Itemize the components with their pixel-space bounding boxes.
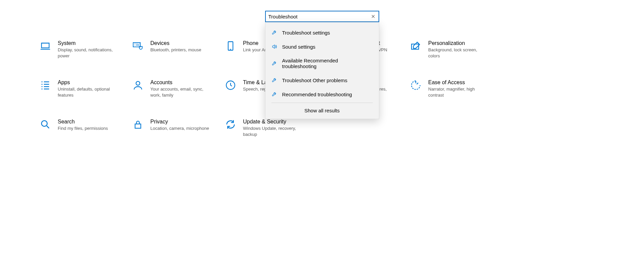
suggestion-label: Troubleshoot settings: [282, 30, 330, 36]
suggestion-item[interactable]: Sound settings: [265, 40, 379, 54]
phone-icon: [225, 40, 236, 52]
pen-tablet-icon: [410, 40, 422, 52]
category-subtitle: Your accounts, email, sync, work, family: [150, 86, 209, 98]
category-title: Apps: [58, 79, 116, 86]
wrench-icon: [271, 91, 278, 97]
category-subtitle: Windows Update, recovery, backup: [243, 125, 302, 137]
wrench-icon: [271, 30, 278, 36]
category-apps[interactable]: Apps Uninstall, defaults, optional featu…: [40, 79, 132, 98]
suggestion-item[interactable]: Troubleshoot Other problems: [265, 73, 379, 87]
category-title: Ease of Access: [428, 79, 487, 86]
category-title: Update & Security: [243, 119, 302, 125]
category-personalization[interactable]: Personalization Background, lock screen,…: [410, 40, 503, 59]
category-accounts[interactable]: Accounts Your accounts, email, sync, wor…: [132, 79, 225, 98]
category-subtitle: Narrator, magnifier, high contrast: [428, 86, 487, 98]
suggestion-label: Available Recommended troubleshooting: [282, 58, 373, 69]
category-title: System: [58, 40, 116, 46]
category-search[interactable]: Search Find my files, permissions: [40, 119, 132, 137]
laptop-icon: [40, 40, 51, 52]
keyboard-icon: [132, 40, 144, 52]
category-title: Personalization: [428, 40, 487, 46]
category-system[interactable]: System Display, sound, notifications, po…: [40, 40, 132, 59]
speaker-icon: [271, 44, 278, 50]
search-suggestions: Troubleshoot settings Sound settings Ava…: [265, 22, 379, 119]
person-icon: [132, 79, 144, 91]
search-icon: [40, 119, 51, 130]
category-subtitle: Location, camera, microphone: [150, 125, 209, 131]
ease-of-access-icon: [410, 79, 422, 91]
wrench-icon: [271, 77, 278, 83]
show-all-results-button[interactable]: Show all results: [265, 103, 379, 119]
category-privacy[interactable]: Privacy Location, camera, microphone: [132, 119, 225, 137]
category-update-security[interactable]: Update & Security Windows Update, recove…: [225, 119, 317, 137]
category-subtitle: Background, lock screen, colors: [428, 47, 487, 59]
suggestion-item[interactable]: Recommended troubleshooting: [265, 87, 379, 101]
category-title: Privacy: [150, 119, 209, 125]
wrench-icon: [271, 60, 278, 66]
category-title: Search: [58, 119, 108, 125]
category-subtitle: Find my files, permissions: [58, 125, 108, 131]
suggestion-item[interactable]: Available Recommended troubleshooting: [265, 54, 379, 73]
suggestion-label: Troubleshoot Other problems: [282, 77, 348, 83]
clear-search-button[interactable]: [370, 14, 376, 19]
category-title: Accounts: [150, 79, 209, 86]
search-box[interactable]: [265, 11, 379, 22]
category-ease-of-access[interactable]: Ease of Access Narrator, magnifier, high…: [410, 79, 503, 98]
update-icon: [225, 119, 236, 130]
apps-list-icon: [40, 79, 51, 91]
category-subtitle: Bluetooth, printers, mouse: [150, 47, 201, 53]
suggestion-label: Sound settings: [282, 44, 315, 50]
time-language-icon: [225, 79, 236, 91]
lock-icon: [132, 119, 144, 130]
category-subtitle: Uninstall, defaults, optional features: [58, 86, 116, 98]
suggestion-item[interactable]: Troubleshoot settings: [265, 25, 379, 40]
category-subtitle: Display, sound, notifications, power: [58, 47, 116, 59]
search-input[interactable]: [268, 14, 370, 19]
category-title: Devices: [150, 40, 201, 46]
category-devices[interactable]: Devices Bluetooth, printers, mouse: [132, 40, 225, 59]
suggestion-label: Recommended troubleshooting: [282, 92, 352, 97]
close-icon: [370, 14, 376, 19]
search-panel: Troubleshoot settings Sound settings Ava…: [265, 11, 379, 119]
